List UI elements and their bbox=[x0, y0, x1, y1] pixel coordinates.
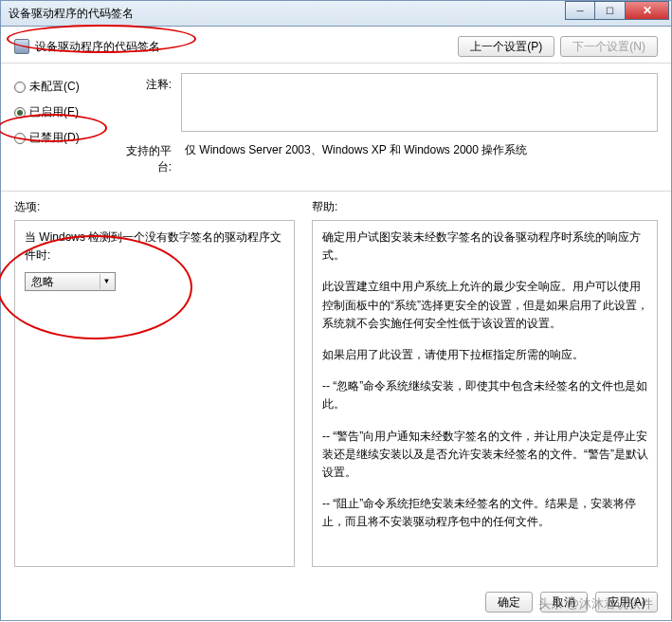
help-label: 帮助: bbox=[312, 199, 658, 216]
help-column: 帮助: 确定用户试图安装未经数字签名的设备驱动程序时系统的响应方式。 此设置建立… bbox=[312, 199, 658, 567]
help-text: -- “警告”向用户通知未经数字签名的文件，并让用户决定是停止安装还是继续安装以… bbox=[322, 428, 651, 483]
help-text: 确定用户试图安装未经数字签名的设备驱动程序时系统的响应方式。 bbox=[322, 229, 651, 265]
help-text: -- “阻止”命令系统拒绝安装未经签名的文件。结果是，安装将停止，而且将不安装驱… bbox=[322, 495, 651, 531]
radio-enabled[interactable]: 已启用(E) bbox=[14, 104, 100, 120]
options-panel: 当 Windows 检测到一个没有数字签名的驱动程序文件时: 忽略 ▼ bbox=[14, 220, 295, 567]
header-row: 设备驱动程序的代码签名 上一个设置(P) 下一个设置(N) bbox=[14, 36, 658, 57]
policy-icon bbox=[14, 39, 29, 54]
window-title: 设备驱动程序的代码签名 bbox=[1, 6, 141, 22]
fields-column: 注释: 支持的平台: 仅 Windows Server 2003、Windows… bbox=[117, 73, 658, 183]
radio-icon bbox=[14, 107, 26, 119]
help-text: 如果启用了此设置，请使用下拉框指定所需的响应。 bbox=[322, 346, 651, 364]
response-dropdown[interactable]: 忽略 ▼ bbox=[25, 272, 116, 291]
divider bbox=[1, 191, 671, 192]
chevron-down-icon: ▼ bbox=[100, 274, 113, 289]
platform-text: 仅 Windows Server 2003、Windows XP 和 Windo… bbox=[181, 139, 658, 161]
help-panel[interactable]: 确定用户试图安装未经数字签名的设备驱动程序时系统的响应方式。 此设置建立组中用户… bbox=[312, 220, 658, 567]
close-button[interactable]: ✕ bbox=[626, 1, 669, 20]
divider bbox=[1, 63, 671, 64]
comment-label: 注释: bbox=[117, 73, 172, 93]
ok-button[interactable]: 确定 bbox=[485, 592, 533, 613]
radio-group: 未配置(C) 已启用(E) 已禁用(D) bbox=[14, 73, 100, 183]
radio-label: 已禁用(D) bbox=[29, 130, 80, 146]
config-area: 未配置(C) 已启用(E) 已禁用(D) 注释: 支持的平台: 仅 Window… bbox=[14, 73, 658, 183]
next-setting-button: 下一个设置(N) bbox=[560, 36, 658, 57]
titlebar: 设备驱动程序的代码签名 ─ ☐ ✕ bbox=[0, 0, 672, 27]
radio-icon bbox=[14, 133, 26, 144]
comment-row: 注释: bbox=[117, 73, 658, 132]
options-label: 选项: bbox=[14, 199, 295, 216]
cancel-button[interactable]: 取消 bbox=[540, 592, 588, 613]
maximize-button[interactable]: ☐ bbox=[595, 1, 626, 20]
combo-value: 忽略 bbox=[31, 273, 54, 291]
help-text: -- “忽略”命令系统继续安装，即使其中包含未经签名的文件也是如此。 bbox=[322, 377, 651, 413]
radio-disabled[interactable]: 已禁用(D) bbox=[14, 130, 100, 146]
footer-buttons: 确定 取消 应用(A) bbox=[485, 592, 658, 613]
options-column: 选项: 当 Windows 检测到一个没有数字签名的驱动程序文件时: 忽略 ▼ bbox=[14, 199, 295, 567]
prev-setting-button[interactable]: 上一个设置(P) bbox=[458, 36, 554, 57]
lower-area: 选项: 当 Windows 检测到一个没有数字签名的驱动程序文件时: 忽略 ▼ … bbox=[14, 199, 658, 567]
radio-unconfigured[interactable]: 未配置(C) bbox=[14, 79, 100, 95]
apply-button[interactable]: 应用(A) bbox=[595, 592, 658, 613]
help-text: 此设置建立组中用户系统上允许的最少安全响应。用户可以使用控制面板中的“系统”选择… bbox=[322, 278, 651, 333]
platform-label: 支持的平台: bbox=[117, 139, 172, 175]
platform-row: 支持的平台: 仅 Windows Server 2003、Windows XP … bbox=[117, 139, 658, 175]
radio-icon bbox=[14, 82, 26, 93]
window-body: 设备驱动程序的代码签名 上一个设置(P) 下一个设置(N) 未配置(C) 已启用… bbox=[0, 27, 672, 621]
minimize-button[interactable]: ─ bbox=[565, 1, 595, 20]
nav-buttons: 上一个设置(P) 下一个设置(N) bbox=[458, 36, 658, 57]
radio-label: 未配置(C) bbox=[29, 79, 80, 95]
header-left: 设备驱动程序的代码签名 bbox=[14, 39, 160, 55]
options-prompt: 当 Windows 检测到一个没有数字签名的驱动程序文件时: bbox=[25, 229, 284, 265]
window-controls: ─ ☐ ✕ bbox=[565, 1, 669, 20]
comment-input[interactable] bbox=[181, 73, 658, 132]
radio-label: 已启用(E) bbox=[29, 104, 79, 120]
page-title: 设备驱动程序的代码签名 bbox=[35, 39, 160, 55]
